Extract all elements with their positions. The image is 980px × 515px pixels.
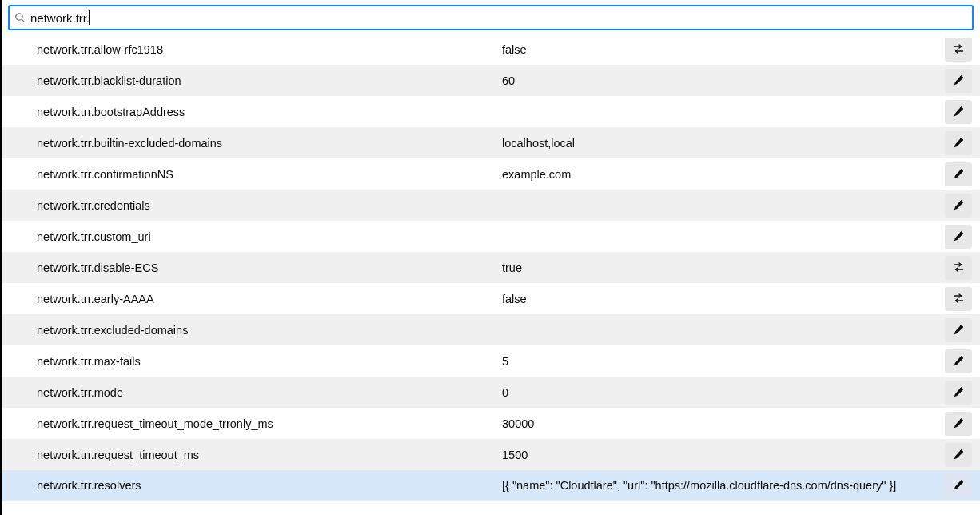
search-bar[interactable]: network.trr.	[8, 5, 974, 30]
edit-button[interactable]	[945, 349, 972, 373]
pref-value: 5	[502, 355, 945, 368]
pref-row: network.trr.request_timeout_ms1500	[2, 439, 980, 470]
edit-button[interactable]	[945, 100, 972, 124]
pref-name: network.trr.credentials	[37, 199, 502, 212]
edit-button[interactable]	[945, 69, 972, 93]
toggle-icon	[952, 261, 965, 276]
pref-value: false	[502, 293, 945, 305]
pref-name: network.trr.request_timeout_ms	[37, 449, 502, 461]
pref-value: true	[502, 261, 945, 274]
svg-point-0	[16, 14, 22, 20]
toggle-icon	[952, 42, 965, 58]
pref-name: network.trr.custom_uri	[37, 230, 502, 243]
edit-button[interactable]	[945, 194, 972, 218]
pref-row: network.trr.custom_uri	[2, 221, 980, 252]
pref-name: network.trr.excluded-domains	[37, 324, 502, 337]
edit-button[interactable]	[945, 473, 972, 497]
pencil-icon	[952, 74, 965, 89]
pencil-icon	[952, 198, 965, 214]
pencil-icon	[952, 417, 965, 432]
pref-name: network.trr.bootstrapAddress	[37, 106, 502, 118]
edit-button[interactable]	[945, 381, 972, 405]
pencil-icon	[952, 105, 965, 120]
pref-name: network.trr.mode	[37, 386, 502, 399]
pref-row: network.trr.max-fails5	[2, 345, 980, 377]
pref-row: network.trr.blacklist-duration60	[2, 65, 980, 96]
pref-row: network.trr.mode0	[2, 377, 980, 408]
pencil-icon	[952, 385, 965, 401]
edit-button[interactable]	[945, 412, 972, 436]
pref-value: example.com	[502, 168, 945, 181]
pref-row: network.trr.resolvers[{ "name": "Cloudfl…	[2, 470, 980, 501]
search-input-text[interactable]: network.trr.	[30, 11, 90, 25]
pref-row: network.trr.bootstrapAddress	[2, 96, 980, 127]
pref-value: 0	[502, 386, 945, 399]
pref-name: network.trr.disable-ECS	[37, 261, 502, 274]
pref-name: network.trr.request_timeout_mode_trronly…	[37, 417, 502, 430]
pref-row: network.trr.credentials	[2, 190, 980, 221]
edit-button[interactable]	[945, 318, 972, 342]
pref-value: false	[502, 43, 945, 56]
pref-row: network.trr.excluded-domains	[2, 314, 980, 345]
pref-list: network.trr.allow-rfc1918false network.t…	[2, 34, 980, 515]
pref-name: network.trr.builtin-excluded-domains	[37, 137, 502, 150]
pref-name: network.trr.resolvers	[37, 479, 502, 492]
toggle-button[interactable]	[945, 287, 972, 311]
pref-row: network.trr.request_timeout_mode_trronly…	[2, 408, 980, 439]
pencil-icon	[952, 230, 965, 245]
edit-button[interactable]	[945, 225, 972, 249]
edit-button[interactable]	[945, 443, 972, 467]
edit-button[interactable]	[945, 162, 972, 186]
pref-row: network.trr.allow-rfc1918false	[2, 34, 980, 65]
pref-row: network.trr.early-AAAAfalse	[2, 283, 980, 314]
pref-row: network.trr.disable-ECStrue	[2, 252, 980, 283]
pref-name: network.trr.blacklist-duration	[37, 74, 502, 87]
search-icon	[14, 12, 26, 23]
pencil-icon	[952, 323, 965, 338]
pencil-icon	[952, 354, 965, 369]
pref-name: network.trr.allow-rfc1918	[37, 43, 502, 56]
edit-button[interactable]	[945, 131, 972, 155]
pref-value: [{ "name": "Cloudflare", "url": "https:/…	[502, 479, 945, 492]
pref-name: network.trr.confirmationNS	[37, 168, 502, 181]
text-caret	[89, 10, 90, 25]
pref-name: network.trr.early-AAAA	[37, 293, 502, 305]
toggle-button[interactable]	[945, 38, 972, 62]
pref-name: network.trr.max-fails	[37, 355, 502, 368]
pencil-icon	[952, 136, 965, 151]
pencil-icon	[952, 448, 965, 463]
pref-value: localhost,local	[502, 137, 945, 150]
pref-value: 1500	[502, 449, 945, 461]
pencil-icon	[952, 167, 965, 182]
pref-row: network.trr.builtin-excluded-domainsloca…	[2, 127, 980, 158]
toggle-button[interactable]	[945, 256, 972, 280]
pref-value: 60	[502, 74, 945, 87]
pref-value: 30000	[502, 417, 945, 430]
svg-line-1	[22, 19, 24, 22]
pref-row: network.trr.confirmationNSexample.com	[2, 158, 980, 190]
pencil-icon	[952, 478, 965, 493]
toggle-icon	[952, 292, 965, 307]
